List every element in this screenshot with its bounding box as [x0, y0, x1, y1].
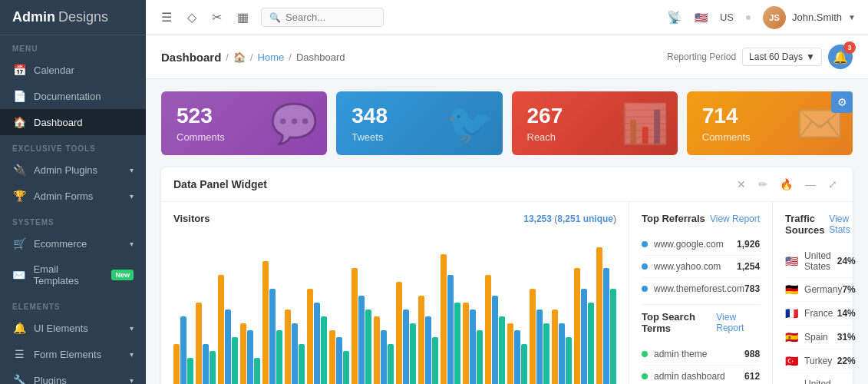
- traffic-left-1: 🇩🇪 Germany: [785, 283, 842, 296]
- traffic-left-3: 🇪🇸 Spain: [785, 331, 828, 343]
- breadcrumb-right: Reporting Period Last 60 Days ▼ 🔔 3: [667, 45, 853, 69]
- bar-5-2: [299, 344, 305, 384]
- breadcrumb-home-link[interactable]: Home: [258, 51, 285, 63]
- sidebar-item-admin-forms[interactable]: 🏆 Admin Forms▾: [0, 183, 146, 209]
- referrals-column: Top Referrals View Report www.google.com…: [629, 202, 773, 384]
- sidebar-item-plugins[interactable]: 🔧 Plugins▾: [0, 367, 146, 384]
- sidebar-label-admin-plugins: Admin Plugins: [34, 164, 97, 176]
- period-select[interactable]: Last 60 Days ▼: [742, 48, 822, 66]
- bar-9-1: [381, 330, 387, 384]
- diamond-icon[interactable]: ◇: [184, 7, 200, 28]
- sidebar-item-admin-plugins[interactable]: 🔌 Admin Plugins▾: [0, 157, 146, 183]
- bar-4-1: [269, 289, 276, 384]
- sidebar-item-form-elements[interactable]: ☰ Form Elements▾: [0, 341, 146, 367]
- bar-17-2: [566, 337, 572, 384]
- bar-17-1: [559, 323, 565, 384]
- bar-1-0: [196, 303, 202, 384]
- sidebar-item-ui-elements[interactable]: 🔔 UI Elements▾: [0, 315, 146, 341]
- divider: [642, 304, 760, 305]
- sidebar-icon-calendar: 📅: [12, 64, 26, 76]
- country-name-2: France: [804, 308, 833, 319]
- bar-group-7: [329, 330, 349, 384]
- widget-body: Visitors 13,253 (8,251 unique) 0 10 20: [161, 202, 853, 384]
- view-report-link[interactable]: View Report: [710, 214, 760, 224]
- search-term-item-1: admin dashboard 612: [642, 366, 760, 384]
- stat-label-3: Comments: [702, 131, 751, 143]
- bar-18-0: [574, 268, 580, 384]
- sidebar-item-ecommerce[interactable]: 🛒 Ecommerce▾: [0, 230, 146, 257]
- sidebar-icon-admin-plugins: 🔌: [12, 164, 26, 176]
- traffic-title: Traffic Sources: [785, 213, 829, 236]
- traffic-item-5: 🇺🇸 United States 24%: [785, 373, 856, 384]
- bar-group-2: [218, 275, 238, 384]
- bar-11-1: [425, 316, 431, 384]
- traffic-item-4: 🇹🇷 Turkey 22%: [785, 349, 856, 373]
- referral-url-1: www.yahoo.com: [642, 261, 721, 272]
- sidebar-section-label: EXCLUSIVE TOOLS: [0, 135, 146, 157]
- search-view-report-link[interactable]: View Report: [716, 312, 760, 333]
- chart-title: Visitors: [173, 213, 210, 224]
- sidebar-item-calendar[interactable]: 📅 Calendar: [0, 57, 146, 83]
- referrals-list: www.google.com 1,926 www.yahoo.com 1,254…: [642, 233, 760, 300]
- notification-button[interactable]: 🔔 3: [828, 45, 853, 69]
- breadcrumb-sep1: /: [226, 51, 229, 63]
- layout-icon[interactable]: ▦: [234, 7, 252, 28]
- view-stats-link[interactable]: View Stats: [829, 214, 855, 235]
- gear-button[interactable]: ⚙: [831, 91, 853, 113]
- top-navigation: ☰ ◇ ✂ ▦ 🔍 📡 🇺🇸 US JS John.Smith ▼: [146, 0, 868, 35]
- flag-0: 🇺🇸: [785, 255, 798, 267]
- sidebar-label-ecommerce: Ecommerce: [34, 238, 87, 250]
- user-info[interactable]: JS John.Smith ▼: [763, 6, 856, 29]
- widget-close-btn[interactable]: ✕: [734, 177, 749, 192]
- tools-icon[interactable]: ✂: [209, 7, 225, 28]
- widget-fire-btn[interactable]: 🔥: [777, 177, 796, 192]
- bar-11-0: [418, 296, 424, 384]
- antenna-icon[interactable]: 📡: [667, 10, 682, 25]
- sidebar-item-dashboard[interactable]: 🏠 Dashboard: [0, 109, 146, 135]
- sidebar-label-dashboard: Dashboard: [34, 117, 83, 128]
- bar-19-0: [596, 247, 602, 384]
- widget-panel: Data Panel Widget ✕ ✏ 🔥 — ⤢ Visitors 13,…: [161, 167, 853, 384]
- bar-15-0: [507, 323, 513, 384]
- breadcrumb-sep2: /: [250, 51, 253, 63]
- stat-icon-2: 📊: [621, 101, 668, 146]
- bar-7-0: [329, 330, 335, 384]
- chart-count: 13,253 (8,251 unique): [523, 214, 616, 224]
- bar-0-0: [173, 344, 180, 384]
- bar-10-2: [410, 323, 416, 384]
- sidebar-item-documentation[interactable]: 📄 Documentation: [0, 83, 146, 109]
- bar-6-2: [321, 316, 327, 384]
- bar-group-0: [173, 316, 193, 384]
- referral-url-2: www.themeforest.com: [642, 283, 744, 294]
- widget-expand-btn[interactable]: ⤢: [825, 177, 840, 192]
- bar-17-0: [552, 310, 558, 384]
- traffic-item-0: 🇺🇸 United States 24%: [785, 245, 856, 278]
- flag-1: 🇩🇪: [785, 283, 798, 296]
- arrow-icon-form-elements: ▾: [130, 350, 134, 359]
- search-input[interactable]: [285, 12, 378, 23]
- bar-7-1: [336, 337, 342, 384]
- widget-minimize-btn[interactable]: —: [802, 177, 819, 192]
- bar-10-1: [403, 310, 409, 384]
- search-box[interactable]: 🔍: [261, 8, 384, 27]
- stat-label-2: Reach: [527, 131, 563, 143]
- bar-13-1: [470, 310, 476, 384]
- topnav-right: 📡 🇺🇸 US JS John.Smith ▼: [667, 6, 856, 29]
- bar-12-1: [447, 275, 454, 384]
- locale-flag[interactable]: 🇺🇸: [695, 12, 708, 24]
- bar-5-1: [292, 323, 298, 384]
- widget-edit-btn[interactable]: ✏: [755, 177, 771, 192]
- country-name-0: United States: [804, 250, 837, 272]
- traffic-item-3: 🇪🇸 Spain 31%: [785, 326, 856, 349]
- sidebar-item-email-templates[interactable]: ✉️ Email TemplatesNew: [0, 257, 146, 293]
- chart-column: Visitors 13,253 (8,251 unique) 0 10 20: [161, 202, 629, 384]
- stat-number-1: 348: [351, 104, 388, 128]
- bar-4-0: [262, 261, 269, 384]
- sidebar-section-label: ELEMENTS: [0, 293, 146, 315]
- bar-group-8: [351, 268, 371, 384]
- sidebar-label-email-templates: Email Templates: [33, 263, 104, 286]
- ref-dot-0: [642, 241, 648, 247]
- hamburger-icon[interactable]: ☰: [158, 7, 175, 28]
- stat-label-1: Tweets: [351, 131, 388, 143]
- bar-1-2: [210, 351, 216, 384]
